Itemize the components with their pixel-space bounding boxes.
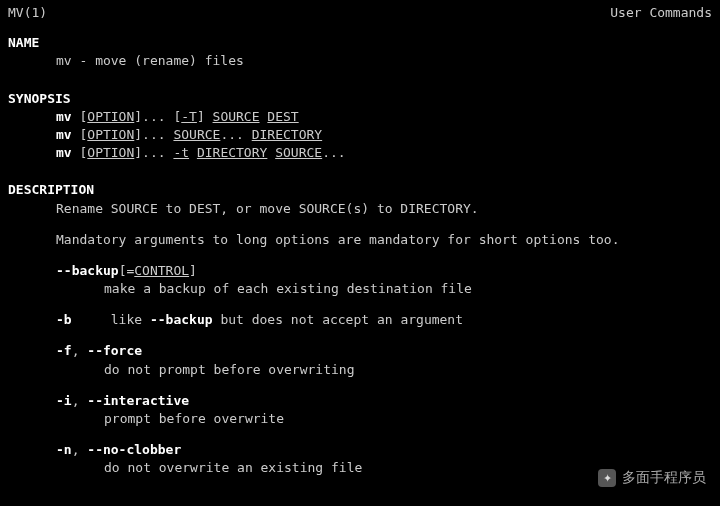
description-line-1: Rename SOURCE to DEST, or move SOURCE(s)… xyxy=(8,200,712,218)
section-description-label: DESCRIPTION xyxy=(8,181,712,199)
section-name-label: NAME xyxy=(8,34,712,52)
option-backup: --backup[=CONTROL] xyxy=(8,262,712,280)
watermark: ✦ 多面手程序员 xyxy=(598,468,706,488)
section-synopsis-label: SYNOPSIS xyxy=(8,90,712,108)
option-interactive: -i, --interactive xyxy=(8,392,712,410)
option-noclobber: -n, --no-clobber xyxy=(8,441,712,459)
man-page: MV(1) User Commands NAME mv - move (rena… xyxy=(0,0,720,482)
option-backup-desc: make a backup of each existing destinati… xyxy=(8,280,712,298)
option-b: -b like --backup but does not accept an … xyxy=(8,311,712,329)
description-line-2: Mandatory arguments to long options are … xyxy=(8,231,712,249)
watermark-text: 多面手程序员 xyxy=(622,468,706,488)
watermark-icon: ✦ xyxy=(598,469,616,487)
option-force: -f, --force xyxy=(8,342,712,360)
option-interactive-desc: prompt before overwrite xyxy=(8,410,712,428)
synopsis-line-1: mv [OPTION]... [-T] SOURCE DEST xyxy=(8,108,712,126)
synopsis-line-3: mv [OPTION]... -t DIRECTORY SOURCE... xyxy=(8,144,712,162)
option-force-desc: do not prompt before overwriting xyxy=(8,361,712,379)
name-text: mv - move (rename) files xyxy=(8,52,712,70)
header-right: User Commands xyxy=(610,4,712,22)
header-left: MV(1) xyxy=(8,4,47,22)
man-header: MV(1) User Commands xyxy=(8,4,712,22)
synopsis-line-2: mv [OPTION]... SOURCE... DIRECTORY xyxy=(8,126,712,144)
